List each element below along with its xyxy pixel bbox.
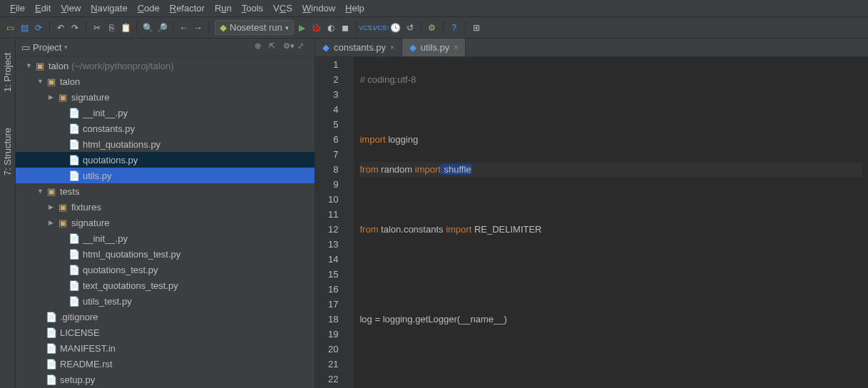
settings-gear-icon[interactable]: ⚙▾ [283, 41, 295, 53]
hide-icon[interactable]: ⤢ [297, 41, 309, 53]
code-editor[interactable]: 12345678910111213141516171819202122 # co… [315, 57, 868, 388]
vcs-commit-icon[interactable]: VCS↑ [376, 22, 387, 34]
tree-file-manifest[interactable]: 📄MANIFEST.in [16, 340, 315, 356]
vcs-update-icon[interactable]: VCS↓ [362, 22, 373, 34]
menu-refactor[interactable]: Refactor [165, 1, 209, 15]
menu-window[interactable]: Window [298, 1, 339, 15]
tab-label: utils.py [421, 42, 449, 53]
tree-file-text-q-test[interactable]: 📄text_quotations_test.py [16, 277, 315, 293]
run-icon[interactable]: ▶ [297, 22, 308, 34]
menu-bar: File Edit View Navigate Code Refactor Ru… [0, 0, 868, 17]
run-config-label: Nosetest run [230, 22, 282, 33]
paste-icon[interactable]: 📋 [120, 22, 131, 34]
left-gutter: 1: Project 7: Structure [0, 39, 16, 388]
menu-tools[interactable]: Tools [238, 1, 267, 15]
tree-root[interactable]: ▼▣talon(~/work/pythonproj/talon) [16, 58, 315, 73]
project-panel-title: Project [33, 42, 61, 53]
project-tree[interactable]: ▼▣talon(~/work/pythonproj/talon) ▼▣talon… [16, 56, 315, 388]
find-icon[interactable]: 🔍 [142, 22, 153, 34]
structure-icon[interactable]: ⊞ [471, 22, 482, 34]
project-panel: ▭ Project ▾ ⊕ ⇱ ⚙▾ ⤢ ▼▣talon(~/work/pyth… [16, 39, 315, 388]
menu-edit[interactable]: Edit [31, 1, 55, 15]
stop-icon[interactable]: ◼ [339, 22, 351, 34]
tool-project[interactable]: 1: Project [2, 53, 13, 92]
toolbar: ▭ ▤ ⟳ ↶ ↷ ✂ ⎘ 📋 🔍 🔎 ← → ◆ Nosetest run ▾… [0, 17, 868, 39]
tree-folder-fixtures[interactable]: ▶▣fixtures [16, 199, 315, 215]
tree-file-html-quotations[interactable]: 📄html_quotations.py [16, 136, 315, 152]
tab-utils[interactable]: ◆ utils.py × [402, 39, 466, 56]
save-icon[interactable]: ▤ [19, 22, 30, 34]
tree-folder-signature[interactable]: ▶▣signature [16, 89, 315, 105]
menu-vcs[interactable]: VCS [269, 1, 297, 15]
replace-icon[interactable]: 🔎 [156, 22, 168, 34]
tree-file-quotations-test[interactable]: 📄quotations_test.py [16, 262, 315, 277]
tree-file-quotations[interactable]: 📄quotations.py [16, 152, 315, 168]
close-icon[interactable]: × [454, 44, 458, 51]
tree-folder-tests[interactable]: ▼▣tests [16, 183, 315, 199]
locate-icon[interactable]: ⊕ [255, 41, 266, 53]
redo-icon[interactable]: ↷ [69, 22, 81, 34]
tree-file-setup[interactable]: 📄setup.py [16, 372, 315, 387]
menu-run[interactable]: Run [210, 1, 236, 15]
editor-tabs: ◆ constants.py × ◆ utils.py × [315, 39, 868, 57]
tool-structure[interactable]: 7: Structure [2, 128, 13, 175]
debug-icon[interactable]: 🐞 [311, 22, 322, 34]
history-icon[interactable]: 🕓 [390, 22, 402, 34]
python-icon: ◆ [322, 42, 330, 53]
tab-constants[interactable]: ◆ constants.py × [315, 39, 402, 56]
tree-file-gitignore[interactable]: 📄.gitignore [16, 309, 315, 325]
menu-code[interactable]: Code [133, 1, 164, 15]
tree-file-constants[interactable]: 📄constants.py [16, 121, 315, 136]
tree-file-utils-test[interactable]: 📄utils_test.py [16, 293, 315, 309]
settings-icon[interactable]: ⚙ [427, 22, 438, 34]
project-view-chevron-icon[interactable]: ▾ [64, 44, 68, 51]
back-icon[interactable]: ← [178, 22, 190, 34]
code-content[interactable]: # coding:utf-8 import logging from rando… [354, 57, 868, 388]
tree-file-html-q-test[interactable]: 📄html_quotations_test.py [16, 246, 315, 262]
fold-column[interactable] [345, 57, 354, 388]
refresh-icon[interactable]: ⟳ [33, 22, 44, 34]
project-panel-header: ▭ Project ▾ ⊕ ⇱ ⚙▾ ⤢ [16, 39, 315, 56]
open-icon[interactable]: ▭ [4, 22, 16, 34]
cut-icon[interactable]: ✂ [91, 22, 103, 34]
coverage-icon[interactable]: ◐ [325, 22, 337, 34]
editor-area: ◆ constants.py × ◆ utils.py × 1234567891… [315, 39, 868, 388]
collapse-icon[interactable]: ⇱ [269, 41, 280, 53]
tree-folder-talon[interactable]: ▼▣talon [16, 73, 315, 89]
copy-icon[interactable]: ⎘ [106, 22, 117, 34]
project-tab-icon: ▭ [21, 42, 30, 53]
tree-file-init[interactable]: 📄__init__.py [16, 105, 315, 121]
line-gutter: 12345678910111213141516171819202122 [315, 57, 345, 388]
python-icon: ◆ [409, 42, 417, 53]
tree-file-license[interactable]: 📄LICENSE [16, 325, 315, 340]
undo-icon[interactable]: ↶ [55, 22, 66, 34]
tree-file-utils[interactable]: 📄utils.py [16, 168, 315, 183]
revert-icon[interactable]: ↺ [404, 22, 416, 34]
menu-navigate[interactable]: Navigate [86, 1, 131, 15]
menu-file[interactable]: File [6, 1, 29, 15]
menu-view[interactable]: View [56, 1, 85, 15]
tree-file-init2[interactable]: 📄__init__.py [16, 230, 315, 246]
tree-file-readme[interactable]: 📄README.rst [16, 356, 315, 372]
tree-folder-signature2[interactable]: ▶▣signature [16, 215, 315, 230]
run-config-selector[interactable]: ◆ Nosetest run ▾ [215, 20, 294, 35]
tab-label: constants.py [334, 42, 386, 53]
help-icon[interactable]: ? [449, 22, 460, 34]
forward-icon[interactable]: → [193, 22, 204, 34]
close-icon[interactable]: × [390, 44, 394, 51]
menu-help[interactable]: Help [341, 1, 369, 15]
